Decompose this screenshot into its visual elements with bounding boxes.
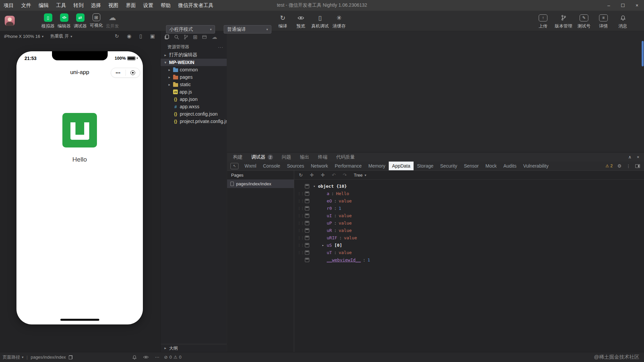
close-panel-icon[interactable]: × [637,155,639,160]
menu-file[interactable]: 文件 [17,0,35,11]
package-icon[interactable] [202,35,207,40]
appdata-row[interactable]: __webviewId__ 1 [294,256,644,263]
appdata-root-row[interactable]: ▾ object {10} [294,182,644,190]
tab-output[interactable]: 输出 [300,154,309,160]
tree-item-project-private-config[interactable]: {} project.private.config.js... [161,118,227,125]
menu-project[interactable]: 项目 [0,0,17,11]
capsule-home-button[interactable] [126,68,140,77]
drag-handle-icon[interactable]: ⋮⋮ [298,251,303,254]
split-screen-icon[interactable]: ▣ [150,33,155,39]
tab-build[interactable]: 构建 [233,154,243,160]
warning-count-badge[interactable]: ⚠ 2 [605,164,612,168]
kebab-menu-icon[interactable]: ⋮ [626,164,631,169]
menu-help[interactable]: 帮助 [157,0,174,11]
devtools-tab-network[interactable]: Network [308,162,331,170]
version-control-button[interactable]: 版本管理 [555,13,572,29]
tab-problems[interactable]: 问题 [282,154,291,160]
close-button[interactable]: × [630,0,644,11]
bell-icon[interactable] [132,355,137,360]
drag-handle-icon[interactable]: ⋮⋮ [298,192,303,195]
drag-handle-icon[interactable]: ⋮⋮ [298,206,303,210]
grid-icon[interactable]: ⊞ [193,34,197,40]
details-button[interactable]: ≡ 详情 [596,13,611,29]
miniprogram-mode-select[interactable]: 小程序模式 ▾ [166,25,215,34]
devtools-tab-mock[interactable]: Mock [482,162,500,170]
drag-handle-icon[interactable]: ⋮⋮ [298,243,303,247]
page-path-dropdown[interactable]: 页面路径 ▾ [3,354,23,360]
minimize-button[interactable]: – [602,0,616,11]
tab-debugger[interactable]: 调试器 2 [251,154,273,160]
gear-icon[interactable]: ⚙ [617,163,622,169]
redo-icon[interactable]: ↷ [343,172,347,178]
expand-all-icon[interactable]: ✛ [310,172,314,178]
drag-handle-icon[interactable]: ⋮⋮ [298,221,303,225]
compile-button[interactable]: ↻ 编译 [275,13,290,29]
maximize-button[interactable]: ☐ [616,0,630,11]
appdata-row[interactable]: ⋮⋮ uI value [294,212,644,219]
devtools-tab-sources[interactable]: Sources [283,162,307,170]
problems-indicator[interactable]: ⊘ 0 ⚠ 0 [164,355,181,360]
eye-icon[interactable] [143,355,149,359]
drag-handle-icon[interactable]: ⋮⋮ [298,236,303,240]
cloud-dev-button[interactable]: ☁ 云开发 [104,13,120,29]
git-branch-icon[interactable] [184,35,188,40]
drag-handle-icon[interactable]: ⋮⋮ [298,229,303,232]
more-icon[interactable]: ⋯ [155,355,159,360]
menu-tools[interactable]: 工具 [52,0,70,11]
tree-item-app-wxss[interactable]: # app.wxss [161,103,227,110]
refresh-icon[interactable]: ↻ [115,33,119,39]
hot-reload-toggle[interactable]: 热重载 开 ▾ [50,33,72,39]
cloud-icon[interactable]: ☁ [212,34,217,40]
devtools-tab-console[interactable]: Console [260,162,283,170]
appdata-row[interactable]: ⋮⋮ a Hello [294,190,644,197]
debugger-toggle-button[interactable]: ⇄ 调试器 [72,13,88,29]
devtools-tab-storage[interactable]: Storage [414,162,437,170]
record-icon[interactable]: ◉ [127,33,131,39]
files-icon[interactable] [164,34,169,40]
devtools-tab-appdata[interactable]: AppData [389,162,414,170]
device-frame-icon[interactable]: ▯ [140,33,142,39]
remote-debug-button[interactable]: ▯ 真机调试 [311,13,329,29]
drag-handle-icon[interactable]: ⋮⋮ [298,214,303,218]
devtools-tab-wxml[interactable]: Wxml [241,162,260,170]
tree-item-app-js[interactable]: JS app.js [161,88,227,96]
menu-view[interactable]: 视图 [105,0,122,11]
compile-mode-select[interactable]: 普通编译 ▾ [224,25,271,34]
simulator-toggle-button[interactable]: ▯ 模拟器 [40,13,56,29]
menu-wechat-devtools[interactable]: 微信开发者工具 [174,0,217,11]
appdata-row[interactable]: ⋮⋮ uT value [294,249,644,256]
appdata-row[interactable]: ⋮⋮ uRIF value [294,234,644,241]
device-selector[interactable]: iPhone X 100% 16 ▾ [4,34,44,39]
tree-item-common[interactable]: ▸ common [161,66,227,73]
menu-settings[interactable]: 设置 [140,0,157,11]
editor-toggle-button[interactable]: </> 编辑器 [56,13,72,29]
dock-side-icon[interactable] [635,164,640,168]
menu-goto[interactable]: 转到 [70,0,87,11]
outline-section[interactable]: ▸ 大纲 [161,344,227,352]
appdata-row-expandable[interactable]: ⋮⋮ ▸ uS [0] [294,241,644,249]
undo-icon[interactable]: ↶ [332,172,336,178]
refresh-icon[interactable]: ↻ [299,172,303,178]
tree-section-open-editors[interactable]: ▸ 打开的编辑器 [161,51,227,59]
search-icon[interactable] [174,35,179,40]
devtools-tab-memory[interactable]: Memory [365,162,389,170]
window-scrollbar[interactable] [642,41,644,66]
tree-item-static[interactable]: ▸ static [161,81,227,88]
devtools-tab-security[interactable]: Security [437,162,461,170]
collapse-all-icon[interactable]: ✛ [321,172,325,178]
capsule-more-button[interactable]: ••• [111,68,125,77]
tree-section-root[interactable]: ▾ MP-WEIXIN [161,59,227,66]
collapse-panel-icon[interactable]: ∧ [628,155,632,160]
messages-button[interactable]: 消息 [615,13,631,29]
visualization-toggle-button[interactable]: ⊞ 可视化 [88,13,104,29]
drag-handle-icon[interactable]: ⋮⋮ [298,199,303,203]
user-avatar[interactable] [5,16,15,26]
upload-button[interactable]: ↑ 上传 [535,13,551,29]
preview-button[interactable]: 预览 [293,13,309,29]
pages-list-item[interactable]: pages/index/index [227,180,294,188]
tab-code-quality[interactable]: 代码质量 [336,154,355,160]
tree-item-project-config[interactable]: {} project.config.json [161,110,227,118]
test-account-button[interactable]: ✎ 测试号 [576,13,592,29]
menu-edit[interactable]: 编辑 [35,0,52,11]
tab-terminal[interactable]: 终端 [318,154,327,160]
